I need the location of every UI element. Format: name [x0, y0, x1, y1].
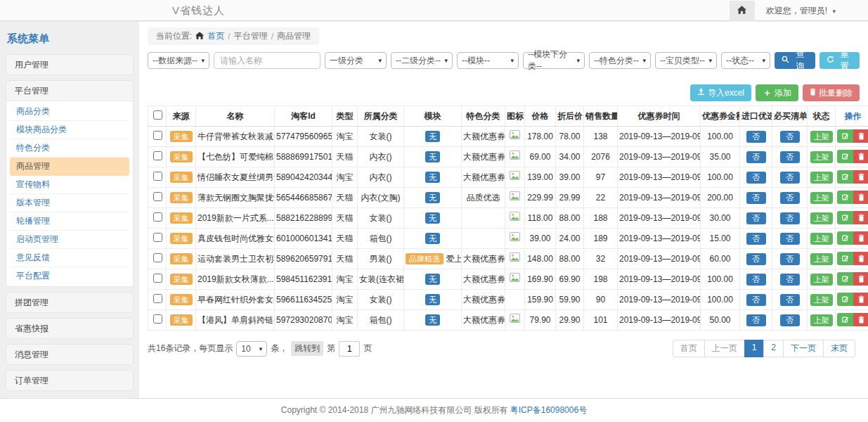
sidebar-item[interactable]: 消息管理	[6, 344, 134, 365]
icp-link[interactable]: 粤ICP备16098006号	[510, 404, 587, 416]
import-select-toggle[interactable]: 否	[746, 274, 766, 286]
search-button[interactable]: 查询	[775, 52, 815, 69]
batch-delete-button[interactable]: 批量删除	[803, 84, 860, 101]
sidebar-subitem[interactable]: 启动页管理	[10, 231, 129, 249]
edit-button[interactable]	[837, 231, 853, 245]
status-toggle[interactable]: 上架	[810, 294, 833, 306]
name-search-input[interactable]	[214, 52, 320, 69]
delete-button[interactable]	[853, 191, 868, 204]
row-checkbox[interactable]	[153, 192, 162, 201]
pager-item[interactable]: 上一页	[704, 340, 745, 357]
delete-button[interactable]	[853, 129, 868, 143]
row-checkbox[interactable]	[153, 151, 162, 160]
import-select-toggle[interactable]: 否	[746, 192, 766, 204]
import-select-toggle[interactable]: 否	[746, 253, 766, 265]
must-buy-toggle[interactable]: 否	[780, 131, 800, 143]
sidebar-item-label[interactable]: 订单管理	[6, 371, 133, 390]
edit-button[interactable]	[837, 170, 853, 184]
home-button[interactable]	[730, 1, 755, 21]
sidebar-item-user-mgmt[interactable]: 用户管理	[6, 54, 134, 75]
filter-select-level2-category[interactable]: --二级分类--▾	[391, 52, 453, 69]
pager-item[interactable]: 1	[744, 340, 765, 357]
status-toggle[interactable]: 上架	[810, 212, 833, 224]
per-page-select[interactable]: 10▾	[236, 341, 267, 357]
must-buy-toggle[interactable]: 否	[780, 212, 800, 224]
sidebar-subitem[interactable]: 宣传物料	[10, 176, 129, 194]
edit-button[interactable]	[837, 272, 853, 286]
row-checkbox[interactable]	[153, 172, 162, 181]
must-buy-toggle[interactable]: 否	[780, 172, 800, 184]
filter-select-module[interactable]: --模块--▾	[457, 52, 519, 69]
import-select-toggle[interactable]: 否	[746, 233, 766, 245]
delete-button[interactable]	[853, 231, 868, 245]
must-buy-toggle[interactable]: 否	[780, 294, 800, 306]
sidebar-subitem[interactable]: 商品管理	[10, 158, 129, 176]
sidebar-item-label[interactable]: 用户管理	[6, 55, 133, 75]
must-buy-toggle[interactable]: 否	[780, 274, 800, 286]
sidebar-item-label[interactable]: 消息管理	[6, 345, 133, 364]
edit-button[interactable]	[837, 313, 853, 326]
sidebar-subitem[interactable]: 意见反馈	[10, 249, 129, 267]
row-checkbox[interactable]	[153, 233, 162, 242]
sidebar-subitem[interactable]: 平台配置	[10, 267, 129, 285]
page-number-input[interactable]	[339, 341, 360, 357]
import-select-toggle[interactable]: 否	[746, 151, 766, 163]
sidebar-item-label[interactable]: 平台管理	[6, 81, 133, 101]
sidebar-subitem[interactable]: 模块商品分类	[10, 121, 129, 139]
import-select-toggle[interactable]: 否	[746, 314, 766, 326]
delete-button[interactable]	[853, 150, 868, 163]
delete-button[interactable]	[853, 293, 868, 306]
sidebar-item[interactable]: 省惠快报	[6, 318, 134, 339]
filter-select-status[interactable]: --状态--▾	[721, 52, 770, 69]
filter-select-data-source[interactable]: --数据来源--▾	[148, 52, 209, 69]
import-select-toggle[interactable]: 否	[746, 172, 766, 184]
sidebar-subitem[interactable]: 特色分类	[10, 139, 129, 158]
sidebar-item[interactable]: 拼团管理	[6, 292, 134, 313]
add-button[interactable]: ＋ 添加	[756, 84, 798, 101]
import-select-toggle[interactable]: 否	[746, 131, 766, 143]
row-checkbox[interactable]	[153, 274, 162, 283]
sidebar-item-label[interactable]: 省惠快报	[6, 319, 133, 338]
status-toggle[interactable]: 上架	[810, 314, 833, 326]
sidebar-subitem[interactable]: 版本管理	[10, 194, 129, 212]
must-buy-toggle[interactable]: 否	[780, 314, 800, 326]
status-toggle[interactable]: 上架	[810, 151, 833, 163]
delete-button[interactable]	[853, 313, 868, 326]
sidebar-item-platform-mgmt[interactable]: 平台管理 商品分类模块商品分类特色分类商品管理宣传物料版本管理轮播管理启动页管理…	[6, 80, 134, 287]
jump-button[interactable]: 跳转到	[291, 341, 323, 356]
edit-button[interactable]	[837, 252, 853, 265]
edit-button[interactable]	[837, 150, 853, 163]
filter-select-item-type[interactable]: --宝贝类型--▾	[655, 52, 717, 69]
row-checkbox[interactable]	[153, 253, 162, 262]
must-buy-toggle[interactable]: 否	[780, 151, 800, 163]
import-select-toggle[interactable]: 否	[746, 212, 766, 224]
sidebar-subitem[interactable]: 轮播管理	[10, 212, 129, 231]
status-toggle[interactable]: 上架	[810, 233, 833, 245]
pager-item[interactable]: 2	[763, 340, 784, 357]
edit-button[interactable]	[837, 191, 853, 204]
sidebar-item[interactable]: 订单管理	[6, 370, 134, 391]
select-all-checkbox[interactable]	[153, 110, 162, 120]
status-toggle[interactable]: 上架	[810, 192, 833, 204]
edit-button[interactable]	[837, 129, 853, 143]
status-toggle[interactable]: 上架	[810, 274, 833, 286]
status-toggle[interactable]: 上架	[810, 131, 833, 143]
pager-item[interactable]: 首页	[673, 340, 705, 357]
row-checkbox[interactable]	[153, 212, 162, 222]
row-checkbox[interactable]	[153, 294, 162, 303]
status-toggle[interactable]: 上架	[810, 253, 833, 265]
filter-select-module-sub[interactable]: --模块下分类--▾	[523, 52, 585, 69]
edit-button[interactable]	[837, 293, 853, 306]
row-checkbox[interactable]	[153, 314, 162, 324]
breadcrumb-home-link[interactable]: 首页	[207, 30, 224, 42]
must-buy-toggle[interactable]: 否	[780, 192, 800, 204]
filter-select-level1-category[interactable]: 一级分类▾	[325, 52, 387, 69]
delete-button[interactable]	[853, 272, 868, 286]
row-checkbox[interactable]	[153, 131, 162, 140]
delete-button[interactable]	[853, 211, 868, 224]
reset-button[interactable]: 重置	[820, 52, 860, 69]
delete-button[interactable]	[853, 170, 868, 184]
filter-select-special-category[interactable]: --特色分类--▾	[589, 52, 651, 69]
edit-button[interactable]	[837, 211, 853, 224]
delete-button[interactable]	[853, 252, 868, 265]
